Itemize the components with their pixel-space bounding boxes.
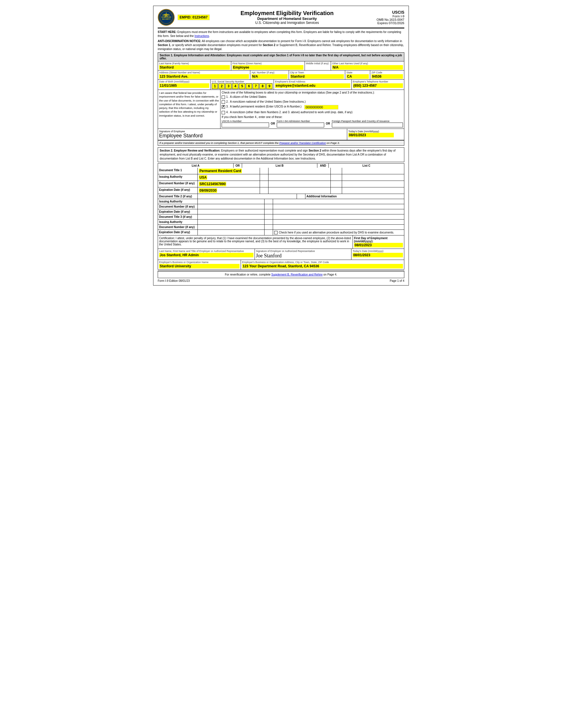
attestation-intro: Check one of the following boxes to atte… [222, 91, 403, 94]
header-left: DEPT OF HOMELAND SECURITY EMPID: 0123456… [158, 9, 210, 26]
option3-row[interactable]: 3. A lawful permanent resident (Enter US… [222, 105, 403, 109]
issuing1-listb [269, 174, 331, 181]
supplement-b-link[interactable]: Supplement B, Reverification and Rehire [272, 273, 323, 276]
uscis-a-container: USCIS A-Number [222, 120, 269, 127]
middle-initial-cell: Middle Initial (if any) [305, 61, 331, 70]
doc-title1-row: Document Title 1 Permanent Resident Card [158, 168, 404, 174]
option2-row[interactable]: 2. A noncitizen national of the United S… [222, 100, 403, 104]
doc-title1-listc [342, 168, 404, 174]
dob-label: Date of Birth (mm/dd/yyyy) [159, 80, 209, 83]
issuing-or2 [265, 199, 273, 204]
uscis-label: USCIS [364, 10, 404, 15]
doc-title1-listb [269, 168, 331, 174]
city-value: Stanford [290, 74, 344, 79]
dob-value: 11/01/1985 [159, 83, 209, 88]
start-here-notice: START HERE: Employers must ensure the fo… [158, 30, 404, 38]
state-cell: State CA [345, 71, 370, 79]
docnum1-lista: SRC1234567890 [198, 181, 260, 187]
expdate3-row: Expiration Date (if any) Check here if y… [158, 230, 404, 235]
org-name-value: Stanford University [159, 264, 240, 268]
org-address-label: Employer's Business or Organization Addr… [242, 261, 403, 264]
option1-checkbox[interactable] [222, 96, 225, 99]
signature-right: Today's Date (mm/dd/yyyy) 08/01/2023 [347, 129, 404, 140]
city-label: City or Town [290, 71, 344, 74]
state-value: CA [346, 74, 369, 79]
form-edition: Form I-9 Edition 08/01/23 [158, 279, 190, 282]
passport-field[interactable] [332, 123, 403, 127]
expdate-or2 [265, 209, 273, 214]
issuing2-row: Issuing Authority [158, 199, 404, 204]
item4-intro: If you check Item Number 4., enter one o… [222, 115, 403, 119]
doc-title2-row: Document Title 2 (if any) Additional Inf… [158, 194, 404, 199]
phone-cell: Employee's Telephone Number (650) 123-45… [352, 80, 404, 90]
org-name-label: Employer's Business or Organization Name [159, 261, 240, 264]
email-value: employee@stanford.edu [275, 83, 350, 88]
docnum2-label: Document Number (if any) [158, 204, 198, 209]
page-footer: Form I-9 Edition 08/01/23 Page 1 of 4 [158, 279, 404, 282]
option4-checkbox[interactable] [222, 111, 225, 114]
dob-cell: Date of Birth (mm/dd/yyyy) 11/01/1985 [158, 80, 211, 90]
or2-label: OR [326, 122, 330, 125]
other-names-label: Other Last Names Used (if any) [332, 62, 403, 65]
uscis-number-field[interactable]: 0000000000 [304, 105, 338, 109]
ssn-box-8: 8 [260, 83, 266, 89]
email-label: Employee's Email Address [275, 80, 350, 83]
docnum3-row: Document Number (if any) [158, 225, 404, 230]
option3-checkbox[interactable] [222, 105, 225, 109]
additional-info-label: Additional Information [305, 194, 404, 199]
apt-value: N/A [252, 74, 287, 79]
city-cell: City or Town Stanford [289, 71, 345, 79]
address-cell: Address (Street Number and Name) 123 Sta… [158, 71, 250, 79]
first-name-value: Employee [233, 65, 303, 70]
anti-discrimination-notice: ANTI-DISCRIMINATION NOTICE: All employee… [158, 39, 404, 51]
footer-note: For reverification or rehire, complete S… [158, 271, 404, 278]
ssn-label: U.S. Social Security Number [212, 80, 273, 83]
certification-content: Certification: I attest, under penalty o… [159, 237, 351, 246]
form-agency: U.S. Citizenship and Immigration Service… [210, 21, 364, 25]
option2-checkbox[interactable] [222, 100, 225, 104]
svg-text:HOMELAND: HOMELAND [161, 16, 171, 18]
list-column-headers: List A OR List B AND List C [158, 163, 404, 168]
document-table: Document Title 1 Permanent Resident Card… [158, 168, 404, 235]
ssn-box-2: 2 [219, 83, 225, 89]
doc-title2-label: Document Title 2 (if any) [158, 194, 198, 199]
expdate1-lista-value: 09/09/2030 [199, 188, 217, 193]
instructions-link[interactable]: Instructions [195, 34, 209, 38]
issuing2-lista [198, 199, 265, 204]
doc-title2-lista [198, 194, 297, 199]
address-row: Address (Street Number and Name) 123 Sta… [158, 71, 404, 80]
ssn-box-9: 9 [266, 83, 273, 89]
option4-row[interactable]: 4. A noncitizen (other than Item Numbers… [222, 111, 403, 114]
doc-or1 [260, 168, 269, 174]
doc-and1 [331, 168, 342, 174]
doc-title1-lista-value: Permanent Resident Card [199, 169, 242, 173]
first-day-value: 08/01/2023 [354, 243, 403, 247]
option1-row[interactable]: 1. A citizen of the United States [222, 95, 403, 99]
list-b-header: List B [242, 164, 318, 168]
first-name-cell: First Name (Given Name) Employee [231, 61, 304, 70]
dhs-seal: DEPT OF HOMELAND SECURITY [158, 9, 175, 26]
uscis-a-field[interactable] [222, 123, 269, 127]
ssn-cell: U.S. Social Security Number 1 2 3 4 5 6 … [211, 80, 274, 90]
dob-ssn-row: Date of Birth (mm/dd/yyyy) 11/01/1985 U.… [158, 80, 404, 90]
i94-label: Form I-94 Admission Number [277, 120, 324, 123]
employer-row: Last Name, First Name and Title of Emplo… [158, 249, 404, 260]
i94-field[interactable] [277, 123, 324, 127]
additional-info-content [273, 199, 404, 204]
option4-text: 4. A noncitizen (other than Item Numbers… [226, 111, 352, 114]
option3-text: 3. A lawful permanent resident (Enter US… [226, 105, 303, 108]
doc-or2 [297, 194, 305, 199]
omb-number: OMB No.1615-0047 [364, 18, 404, 21]
section2-header: Section 2. Employer Review and Verificat… [158, 147, 404, 162]
alt-procedure-checkbox[interactable] [274, 231, 278, 234]
apt-label: Apt. Number (if any) [252, 71, 287, 74]
section1-title: Section 1. Employee Information and Atte… [158, 53, 404, 61]
preparer-link[interactable]: Preparer and/or Translator Certification [279, 141, 326, 144]
first-day-label: First Day of Employment (mm/dd/yyyy): [354, 237, 403, 243]
other-names-cell: Other Last Names Used (if any) N/A [331, 61, 404, 70]
employer-date-value: 08/01/2023 [352, 253, 403, 257]
docnum1-listc [342, 181, 404, 187]
issuing-and1 [331, 174, 342, 181]
other-names-value: N/A [332, 65, 403, 70]
ssn-box-1: 1 [212, 83, 218, 89]
